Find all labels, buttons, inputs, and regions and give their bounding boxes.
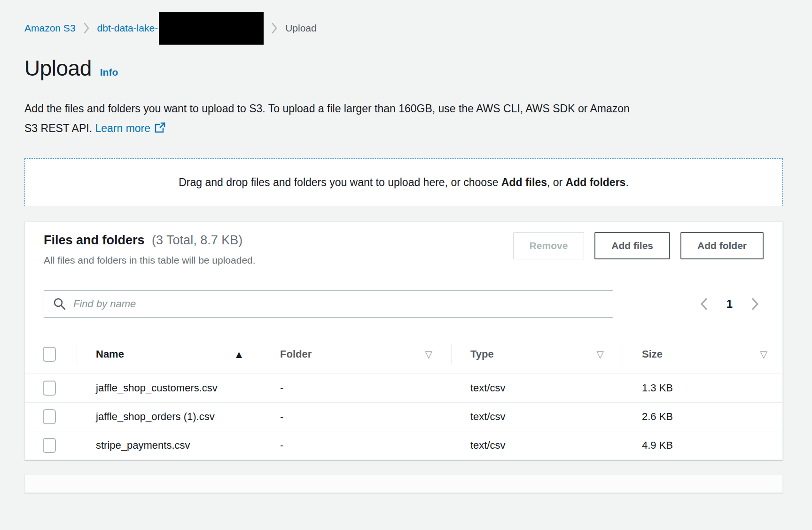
cell-type: text/csv (451, 380, 623, 396)
page-description: Add the files and folders you want to up… (24, 99, 783, 140)
table-row: stripe_payments.csv - text/csv 4.9 KB (25, 431, 782, 460)
header-checkbox-cell (25, 347, 77, 362)
files-and-folders-panel: Files and folders (3 Total, 8.7 KB) All … (24, 221, 783, 460)
cell-type: text/csv (451, 437, 623, 453)
description-line1: Add the files and folders you want to up… (24, 102, 630, 115)
column-header-name[interactable]: Name ▲ (77, 335, 261, 374)
table-row: jaffle_shop_customers.csv - text/csv 1.3… (25, 374, 782, 403)
cell-folder: - (261, 380, 451, 396)
page-number[interactable]: 1 (726, 297, 733, 311)
next-page-button[interactable] (750, 296, 761, 312)
cell-folder: - (261, 437, 451, 453)
row-checkbox[interactable] (43, 381, 56, 396)
page-title: Upload (24, 55, 92, 81)
cell-type: text/csv (451, 409, 623, 425)
column-header-size[interactable]: Size ▽ (623, 335, 782, 374)
sort-icon: ▽ (597, 349, 604, 360)
row-checkbox-cell (25, 438, 77, 453)
description-line2: S3 REST API. (24, 122, 92, 134)
panel-header-buttons: Remove Add files Add folder (513, 232, 764, 267)
sort-ascending-icon: ▲ (236, 350, 242, 359)
chevron-left-icon (700, 297, 708, 311)
cell-size: 4.9 KB (623, 437, 782, 453)
cell-name: stripe_payments.csv (77, 437, 261, 453)
table-toolbar: 1 (25, 290, 782, 318)
select-all-checkbox[interactable] (43, 347, 56, 362)
breadcrumb-amazon-s3[interactable]: Amazon S3 (24, 23, 76, 34)
dropzone-text: Drag and drop files and folders you want… (179, 176, 629, 189)
breadcrumb: Amazon S3 dbt-data-lake- Upload (24, 11, 783, 45)
files-table: Name ▲ Folder ▽ Type ▽ Size ▽ (25, 335, 782, 460)
s3-upload-page: Amazon S3 dbt-data-lake- Upload Upload I… (0, 0, 812, 530)
remove-button[interactable]: Remove (513, 232, 585, 259)
add-folder-button[interactable]: Add folder (680, 232, 764, 259)
row-checkbox-cell (25, 381, 77, 396)
chevron-right-icon (751, 297, 759, 311)
title-row: Upload Info (24, 55, 783, 81)
column-header-type[interactable]: Type ▽ (451, 335, 623, 374)
table-row: jaffle_shop_orders (1).csv - text/csv 2.… (25, 403, 782, 431)
row-checkbox-cell (25, 409, 77, 424)
cell-size: 1.3 KB (623, 380, 782, 396)
chevron-right-icon (83, 22, 90, 34)
table-header-row: Name ▲ Folder ▽ Type ▽ Size ▽ (25, 335, 782, 374)
next-panel-edge (24, 474, 783, 493)
learn-more-link[interactable]: Learn more (95, 122, 150, 134)
panel-title: Files and folders (44, 233, 145, 247)
cell-name: jaffle_shop_orders (1).csv (77, 409, 261, 425)
cell-name: jaffle_shop_customers.csv (77, 380, 261, 396)
panel-count-summary: (3 Total, 8.7 KB) (152, 233, 242, 247)
row-checkbox[interactable] (43, 409, 56, 424)
breadcrumb-bucket[interactable]: dbt-data-lake- (97, 23, 158, 34)
search-input[interactable] (44, 290, 613, 318)
previous-page-button[interactable] (698, 296, 710, 312)
redaction-box (159, 12, 264, 45)
column-header-folder[interactable]: Folder ▽ (261, 335, 451, 374)
search-icon (53, 297, 66, 311)
search-box (44, 290, 613, 318)
sort-icon: ▽ (425, 349, 432, 360)
cell-folder: - (261, 409, 451, 425)
info-link[interactable]: Info (100, 67, 118, 78)
pagination: 1 (698, 296, 761, 312)
breadcrumb-upload: Upload (285, 23, 317, 34)
add-files-button[interactable]: Add files (594, 232, 670, 259)
row-checkbox[interactable] (43, 438, 56, 453)
drag-drop-zone[interactable]: Drag and drop files and folders you want… (24, 158, 783, 206)
panel-subtitle: All files and folders in this table will… (44, 254, 256, 267)
chevron-right-icon (271, 22, 278, 34)
cell-size: 2.6 KB (623, 409, 782, 425)
sort-icon: ▽ (760, 349, 767, 360)
external-link-icon (154, 120, 166, 140)
panel-header: Files and folders (3 Total, 8.7 KB) All … (25, 222, 782, 267)
panel-header-text: Files and folders (3 Total, 8.7 KB) All … (44, 232, 256, 267)
